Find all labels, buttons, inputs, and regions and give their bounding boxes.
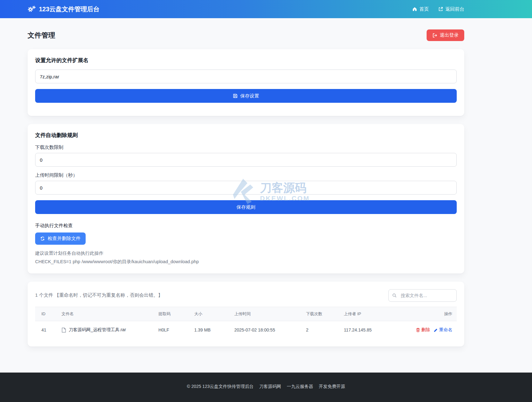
sync-icon <box>40 236 45 241</box>
header-downloads: 下载次数 <box>303 307 341 321</box>
save-settings-button[interactable]: 保存设置 <box>35 89 457 103</box>
app-brand: 123云盘文件管理后台 <box>28 5 99 13</box>
extensions-input[interactable] <box>35 70 457 83</box>
footer-link-server[interactable]: 一九云服务器 <box>287 384 313 389</box>
check-delete-label: 检查并删除文件 <box>48 236 81 242</box>
external-link-icon <box>438 7 443 12</box>
files-count-text: 1 个文件 【重命名时，切记不可为重复名称，否则会出错。】 <box>35 292 163 298</box>
navbar-links: 首页 返回前台 <box>412 6 464 12</box>
cron-hint-line2: CHECK_FILES=1 php /www/wwwroot/你的目录/kaui… <box>35 258 457 266</box>
extensions-card-title: 设置允许的文件扩展名 <box>35 57 457 64</box>
app-title: 123云盘文件管理后台 <box>39 5 99 13</box>
cell-downloads: 2 <box>303 321 341 339</box>
cell-ip: 117.24.145.85 <box>341 321 406 339</box>
navbar: 123云盘文件管理后台 首页 返回前台 <box>0 0 532 18</box>
header-id: ID <box>35 307 58 321</box>
download-limit-input[interactable] <box>35 153 457 167</box>
pencil-icon <box>434 328 438 332</box>
download-limit-label: 下载次数限制 <box>35 144 457 150</box>
header-ip: 上传者 IP <box>341 307 406 321</box>
manual-check-label: 手动执行文件检查 <box>35 223 457 229</box>
nav-front-label: 返回前台 <box>445 6 464 12</box>
cell-size: 1.39 MB <box>191 321 231 339</box>
search-icon <box>392 293 397 298</box>
rules-card-title: 文件自动删除规则 <box>35 132 457 139</box>
search-input[interactable] <box>388 289 457 302</box>
rename-label: 重命名 <box>439 327 452 333</box>
footer-opensource-text: 开发免费开源 <box>319 384 345 389</box>
rules-card: 文件自动删除规则 下载次数限制 上传时间限制（秒） 保存规则 手动执行文件检查 … <box>28 124 464 274</box>
nav-home-label: 首页 <box>419 6 429 12</box>
files-table: ID 文件名 提取码 大小 上传时间 下载次数 上传者 IP 操作 41 <box>35 307 457 339</box>
sign-out-icon <box>432 33 437 38</box>
save-rules-label: 保存规则 <box>237 204 255 210</box>
nav-front-link[interactable]: 返回前台 <box>438 6 464 12</box>
footer: © 2025 123云盘文件快传管理后台 刀客源码网 一九云服务器 开发免费开源 <box>0 373 532 402</box>
upload-time-input[interactable] <box>35 181 457 195</box>
header-uploaded: 上传时间 <box>231 307 303 321</box>
rename-link[interactable]: 重命名 <box>434 327 452 333</box>
page-title: 文件管理 <box>28 31 55 40</box>
cron-hint-line1: 建议设置计划任务自动执行此操作 <box>35 249 457 258</box>
save-icon <box>233 93 238 98</box>
files-card: 1 个文件 【重命名时，切记不可为重复名称，否则会出错。】 ID 文件名 提取码 <box>28 282 464 347</box>
filename-text: 刀客源码网_远程管理工具.rar <box>69 327 126 333</box>
nav-home-link[interactable]: 首页 <box>412 6 429 12</box>
table-row: 41 刀客源码网_远程管理工具.rar H0LF <box>35 321 457 339</box>
save-rules-button[interactable]: 保存规则 <box>35 200 457 214</box>
search-box <box>388 289 457 302</box>
files-card-header: 1 个文件 【重命名时，切记不可为重复名称，否则会出错。】 <box>35 289 457 302</box>
logout-button[interactable]: 退出登录 <box>427 29 464 41</box>
footer-link-daoke[interactable]: 刀客源码网 <box>259 384 281 389</box>
cell-filename: 刀客源码网_远程管理工具.rar <box>61 327 152 333</box>
cell-id: 41 <box>35 321 58 339</box>
main-content: 文件管理 退出登录 设置允许的文件扩展名 保存设 <box>28 18 464 355</box>
header-actions: 操作 <box>406 307 457 321</box>
file-icon <box>61 327 66 333</box>
gears-icon <box>28 6 36 13</box>
home-icon <box>412 7 417 12</box>
delete-label: 删除 <box>421 327 430 333</box>
table-header-row: ID 文件名 提取码 大小 上传时间 下载次数 上传者 IP 操作 <box>35 307 457 321</box>
header-size: 大小 <box>191 307 231 321</box>
logout-label: 退出登录 <box>440 32 459 38</box>
footer-copyright: © 2025 123云盘文件快传管理后台 <box>187 384 254 389</box>
header-filename: 文件名 <box>58 307 155 321</box>
cell-code: H0LF <box>155 321 191 339</box>
upload-time-label: 上传时间限制（秒） <box>35 172 457 178</box>
save-settings-label: 保存设置 <box>240 93 259 99</box>
trash-icon <box>416 328 420 332</box>
page-header: 文件管理 退出登录 <box>28 29 464 41</box>
extensions-card: 设置允许的文件扩展名 保存设置 <box>28 49 464 116</box>
delete-link[interactable]: 删除 <box>416 327 430 333</box>
check-delete-button[interactable]: 检查并删除文件 <box>35 232 86 245</box>
header-code: 提取码 <box>155 307 191 321</box>
cell-uploaded: 2025-07-02 18:00:55 <box>231 321 303 339</box>
